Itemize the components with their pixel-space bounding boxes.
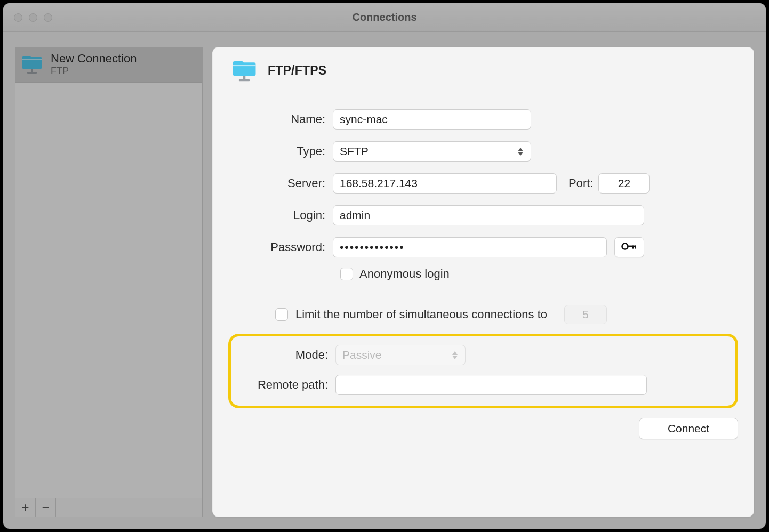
svg-rect-13 <box>628 246 636 247</box>
name-input[interactable] <box>333 109 531 130</box>
svg-rect-15 <box>635 246 636 249</box>
updown-icon <box>451 351 459 359</box>
key-button[interactable] <box>614 237 644 257</box>
login-input[interactable] <box>333 205 644 225</box>
highlight-region: Mode: Passive Remote path: <box>228 334 738 408</box>
connection-form: Name: Type: SFTP Server: <box>228 93 738 439</box>
connection-item-title: New Connection <box>51 52 137 65</box>
password-input[interactable] <box>333 237 607 257</box>
anonymous-label: Anonymous login <box>359 267 450 281</box>
anonymous-checkbox[interactable] <box>340 268 353 280</box>
svg-rect-14 <box>632 246 634 249</box>
network-folder-icon <box>230 58 258 83</box>
details-panel: FTP/FTPS Name: Type: SFTP <box>212 47 754 517</box>
svg-rect-8 <box>243 76 246 79</box>
svg-marker-17 <box>452 356 458 359</box>
remote-path-input[interactable] <box>335 375 647 395</box>
svg-rect-3 <box>31 69 33 72</box>
svg-rect-2 <box>22 59 42 60</box>
mode-label: Mode: <box>237 348 335 362</box>
network-folder-icon <box>19 52 45 76</box>
port-label: Port: <box>568 176 593 190</box>
remove-connection-button[interactable]: − <box>36 498 56 517</box>
remote-path-label: Remote path: <box>237 378 335 392</box>
password-label: Password: <box>228 240 333 254</box>
window-title: Connections <box>3 11 766 23</box>
connection-list: New Connection FTP <box>15 47 203 498</box>
limit-input[interactable] <box>564 305 607 324</box>
panel-header: FTP/FTPS <box>228 57 738 93</box>
svg-point-12 <box>622 244 628 249</box>
content: New Connection FTP + − <box>3 32 766 529</box>
key-icon <box>621 241 637 253</box>
updown-icon <box>517 148 524 156</box>
svg-marker-16 <box>452 351 458 355</box>
type-select-value: SFTP <box>340 145 369 158</box>
sidebar: New Connection FTP + − <box>15 47 203 517</box>
connection-item-subtitle: FTP <box>51 66 137 77</box>
mode-select[interactable]: Passive <box>335 345 466 365</box>
connection-item[interactable]: New Connection FTP <box>15 47 202 83</box>
svg-rect-4 <box>27 72 37 74</box>
type-label: Type: <box>228 144 333 158</box>
divider <box>228 293 738 293</box>
server-label: Server: <box>228 176 333 190</box>
sidebar-footer: + − <box>15 498 203 517</box>
limit-label: Limit the number of simultaneous connect… <box>295 308 547 321</box>
connect-button[interactable]: Connect <box>639 418 738 439</box>
titlebar: Connections <box>3 3 766 32</box>
name-label: Name: <box>228 112 333 126</box>
mode-select-value: Passive <box>342 349 382 361</box>
add-connection-button[interactable]: + <box>15 498 36 517</box>
server-input[interactable] <box>333 173 557 194</box>
limit-checkbox[interactable] <box>275 308 288 321</box>
svg-marker-11 <box>518 152 523 156</box>
svg-rect-9 <box>239 79 250 81</box>
type-select[interactable]: SFTP <box>333 141 531 162</box>
port-input[interactable] <box>598 173 650 194</box>
svg-rect-7 <box>233 65 256 66</box>
login-label: Login: <box>228 208 333 222</box>
svg-marker-10 <box>518 148 523 151</box>
panel-title: FTP/FTPS <box>268 63 326 78</box>
window: Connections New Conne <box>3 3 766 529</box>
